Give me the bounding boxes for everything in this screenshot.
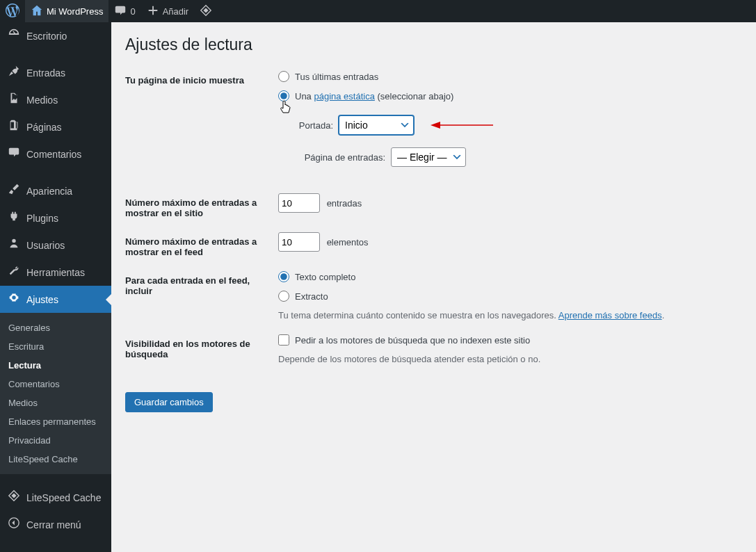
search-visibility-label: Visibilidad en los motores de búsqueda xyxy=(125,334,278,364)
posts-per-page-row: Número máximo de entradas a mostrar en e… xyxy=(125,193,742,218)
submenu-writing[interactable]: Escritura xyxy=(0,337,111,356)
menu-plugins[interactable]: Plugins xyxy=(0,204,111,232)
plug-icon xyxy=(7,210,21,226)
menu-label: Comentarios xyxy=(26,149,81,160)
posts-page-select[interactable]: — Elegir — xyxy=(391,147,466,167)
dashboard-icon xyxy=(7,28,21,44)
menu-pages[interactable]: Páginas xyxy=(0,113,111,140)
wordpress-icon xyxy=(6,3,19,19)
save-button[interactable]: Guardar cambios xyxy=(125,392,213,412)
content-area: Ajustes de lectura Tu página de inicio m… xyxy=(111,22,756,552)
submenu-privacy[interactable]: Privacidad xyxy=(0,431,111,450)
collapse-icon xyxy=(7,517,21,533)
menu-comments[interactable]: Comentarios xyxy=(0,140,111,168)
new-content-label: Añadir xyxy=(163,6,189,17)
comment-icon xyxy=(7,146,21,162)
menu-label: Usuarios xyxy=(26,240,65,251)
feed-content-row: Para cada entrada en el feed, incluir Te… xyxy=(125,271,742,320)
feed-content-label: Para cada entrada en el feed, incluir xyxy=(125,271,278,320)
menu-label: Apariencia xyxy=(26,186,72,197)
posts-per-rss-suffix: elementos xyxy=(327,237,369,247)
cursor-icon xyxy=(280,100,291,117)
media-icon xyxy=(7,92,21,108)
feed-description: Tu tema determina cuánto contenido se mu… xyxy=(278,310,742,320)
settings-submenu: Generales Escritura Lectura Comentarios … xyxy=(0,313,111,474)
plus-icon xyxy=(147,4,159,19)
noindex-checkbox[interactable] xyxy=(278,334,289,346)
settings-icon xyxy=(7,291,21,307)
menu-tools[interactable]: Herramientas xyxy=(0,259,111,286)
menu-settings[interactable]: Ajustes xyxy=(0,286,111,313)
homepage-label: Tu página de inicio muestra xyxy=(125,71,278,179)
posts-per-rss-label: Número máximo de entradas a mostrar en e… xyxy=(125,232,278,257)
posts-per-rss-input[interactable] xyxy=(278,232,320,252)
menu-label: Medios xyxy=(26,95,58,106)
static-page-link[interactable]: página estática xyxy=(314,91,374,102)
noindex-checkbox-label[interactable]: Pedir a los motores de búsqueda que no i… xyxy=(295,335,530,346)
posts-per-page-input[interactable] xyxy=(278,193,320,213)
admin-bar: Mi WordPress 0 Añadir xyxy=(0,0,756,22)
radio-full-text[interactable] xyxy=(278,271,289,282)
radio-excerpt-label[interactable]: Extracto xyxy=(295,291,328,302)
brush-icon xyxy=(7,183,21,199)
page-icon xyxy=(7,119,21,135)
submenu-discussion[interactable]: Comentarios xyxy=(0,375,111,393)
homepage-displays-row: Tu página de inicio muestra Tus últimas … xyxy=(125,71,742,179)
menu-label: Herramientas xyxy=(26,267,85,278)
menu-posts[interactable]: Entradas xyxy=(0,59,111,86)
menu-label: Escritorio xyxy=(26,31,67,42)
menu-users[interactable]: Usuarios xyxy=(0,232,111,259)
posts-per-rss-row: Número máximo de entradas a mostrar en e… xyxy=(125,232,742,257)
front-page-label: Portada: xyxy=(295,120,333,131)
svg-marker-2 xyxy=(431,122,440,129)
search-visibility-row: Visibilidad en los motores de búsqueda P… xyxy=(125,334,742,364)
menu-label: LiteSpeed Cache xyxy=(26,492,101,503)
submenu-litespeed[interactable]: LiteSpeed Cache xyxy=(0,450,111,469)
radio-static-page-label[interactable]: Una página estática (seleccionar abajo) xyxy=(295,91,453,102)
posts-per-page-label: Número máximo de entradas a mostrar en e… xyxy=(125,193,278,218)
user-icon xyxy=(7,237,21,253)
radio-excerpt[interactable] xyxy=(278,291,289,302)
litespeed-icon xyxy=(200,4,212,19)
menu-litespeed[interactable]: LiteSpeed Cache xyxy=(0,484,111,511)
new-content[interactable]: Añadir xyxy=(141,0,195,22)
litespeed-menu[interactable] xyxy=(194,0,218,22)
comment-icon xyxy=(114,4,127,19)
radio-latest-posts-label[interactable]: Tus últimas entradas xyxy=(295,72,378,82)
wp-logo[interactable] xyxy=(0,0,25,22)
submenu-media[interactable]: Medios xyxy=(0,393,111,412)
menu-label: Plugins xyxy=(26,213,58,224)
menu-media[interactable]: Medios xyxy=(0,86,111,113)
submenu-general[interactable]: Generales xyxy=(0,318,111,337)
admin-sidebar: Escritorio Entradas Medios Páginas Comen… xyxy=(0,22,111,552)
submenu-permalinks[interactable]: Enlaces permanentes xyxy=(0,412,111,431)
collapse-menu[interactable]: Cerrar menú xyxy=(0,511,111,538)
radio-full-text-label[interactable]: Texto completo xyxy=(295,272,355,282)
comments-link[interactable]: 0 xyxy=(108,0,140,22)
arrow-annotation-icon xyxy=(431,120,493,131)
menu-label: Entradas xyxy=(26,67,65,79)
comments-count: 0 xyxy=(130,6,135,17)
front-page-select[interactable]: Inicio xyxy=(339,115,414,135)
learn-feeds-link[interactable]: Aprende más sobre feeds xyxy=(558,310,662,320)
menu-label: Ajustes xyxy=(26,294,58,305)
site-name-label: Mi WordPress xyxy=(47,6,103,17)
menu-appearance[interactable]: Apariencia xyxy=(0,177,111,204)
menu-label: Páginas xyxy=(26,122,62,133)
collapse-label: Cerrar menú xyxy=(26,519,81,530)
menu-dashboard[interactable]: Escritorio xyxy=(0,22,111,49)
litespeed-icon xyxy=(7,489,21,505)
posts-per-page-suffix: entradas xyxy=(327,198,362,209)
search-visibility-description: Depende de los motores de búsqueda atend… xyxy=(278,354,742,364)
submenu-reading[interactable]: Lectura xyxy=(0,356,111,375)
posts-page-label: Página de entradas: xyxy=(295,152,385,163)
page-title: Ajustes de lectura xyxy=(125,29,742,57)
wrench-icon xyxy=(7,264,21,280)
site-name[interactable]: Mi WordPress xyxy=(25,0,108,22)
radio-latest-posts[interactable] xyxy=(278,71,289,82)
radio-static-page[interactable] xyxy=(278,90,289,102)
home-icon xyxy=(31,4,43,19)
pin-icon xyxy=(7,65,21,81)
